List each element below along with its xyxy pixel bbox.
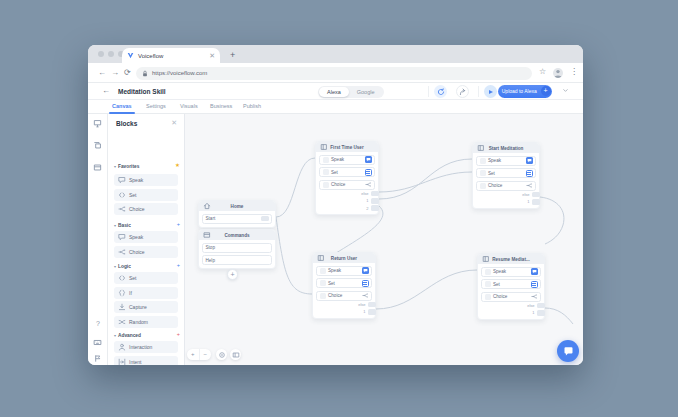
- sync-button[interactable]: [434, 85, 447, 98]
- drag-handle: [480, 158, 486, 164]
- block-section-header[interactable]: ▾Advanced+: [114, 331, 180, 339]
- tab-settings[interactable]: Settings: [146, 103, 166, 109]
- output-port[interactable]: [371, 191, 379, 197]
- tab-visuals[interactable]: Visuals: [180, 103, 198, 109]
- play-button[interactable]: [484, 85, 497, 98]
- help-icon[interactable]: ?: [93, 320, 103, 330]
- node-step-choice[interactable]: Choice: [316, 291, 372, 301]
- output-port[interactable]: [368, 309, 376, 315]
- block-item-set[interactable]: Set: [114, 189, 178, 201]
- bookmark-star-icon[interactable]: ☆: [539, 67, 546, 76]
- set-icon: [365, 169, 372, 176]
- output-port[interactable]: [368, 302, 376, 308]
- chat-widget-button[interactable]: [557, 340, 579, 362]
- block-item-speak[interactable]: Speak: [114, 174, 178, 186]
- node-step-speak[interactable]: Speak: [476, 156, 536, 166]
- output-port[interactable]: [537, 310, 545, 316]
- share-button[interactable]: [456, 85, 469, 98]
- speak-icon: [118, 176, 127, 184]
- project-back-icon[interactable]: ←: [102, 86, 110, 95]
- output-port[interactable]: [537, 303, 545, 309]
- project-header: ← Meditation Skill Alexa Google Upload t…: [88, 83, 583, 100]
- node-home[interactable]: HomeStart: [198, 200, 276, 228]
- platform-option-alexa[interactable]: Alexa: [319, 87, 349, 97]
- block-item-set[interactable]: Set: [114, 272, 178, 284]
- node-step-speak[interactable]: Speak: [316, 266, 372, 276]
- drag-handle: [320, 293, 326, 299]
- node-first-time-user[interactable]: First Time UserSpeakSetChoiceelse12: [315, 141, 379, 215]
- output-port[interactable]: [532, 199, 540, 205]
- node-step-choice[interactable]: Choice: [476, 181, 536, 191]
- browser-tab[interactable]: Voiceflow ✕: [122, 48, 220, 63]
- address-bar[interactable]: https://voiceflow.com: [136, 67, 532, 80]
- tab-publish[interactable]: Publish: [243, 103, 261, 109]
- zoom-in-button[interactable]: +: [187, 349, 200, 360]
- center-canvas-button[interactable]: [216, 349, 227, 360]
- node-return-user[interactable]: Return UserSpeakSetChoiceelse1: [312, 252, 376, 319]
- block-section-header[interactable]: ▾Favorites★: [114, 162, 180, 170]
- node-step-speak[interactable]: Speak: [319, 155, 375, 165]
- node-resume-meditation[interactable]: Resume Mediat...SpeakSetChoiceelse1: [477, 253, 545, 320]
- node-commands[interactable]: CommandsStopHelp: [198, 229, 276, 269]
- step-label: Stop: [206, 245, 269, 250]
- node-step-help[interactable]: Help: [202, 255, 272, 265]
- node-step-start[interactable]: Start: [202, 214, 272, 224]
- node-step-set[interactable]: Set: [316, 278, 372, 288]
- block-item-choice[interactable]: Choice: [114, 203, 178, 215]
- block-item-choice[interactable]: Choice: [114, 246, 178, 258]
- node-step-set[interactable]: Set: [476, 168, 536, 178]
- blocks-panel: Blocks ✕ ▾Favorites★SpeakSetChoice▾Basic…: [108, 114, 185, 365]
- output-port[interactable]: [532, 192, 540, 198]
- add-block-type-icon[interactable]: +: [177, 332, 180, 338]
- output-port[interactable]: [371, 205, 379, 211]
- upload-plus-icon[interactable]: +: [541, 86, 551, 96]
- block-item-intent[interactable]: Intent: [114, 356, 178, 366]
- forward-icon[interactable]: →: [111, 67, 119, 78]
- node-title: First Time User: [328, 145, 366, 150]
- block-item-random[interactable]: Random: [114, 316, 178, 328]
- block-item-interaction[interactable]: Interaction: [114, 341, 178, 353]
- node-header: Commands: [199, 230, 275, 240]
- node-step-choice[interactable]: Choice: [481, 292, 541, 302]
- block-item-speak[interactable]: Speak: [114, 231, 178, 243]
- block-section-header[interactable]: ▾Logic+: [114, 262, 180, 270]
- add-block-type-icon[interactable]: +: [177, 222, 180, 228]
- board-icon[interactable]: [93, 163, 103, 173]
- back-icon[interactable]: ←: [98, 67, 106, 78]
- browser-avatar[interactable]: [553, 68, 563, 78]
- blocks-panel-close-icon[interactable]: ✕: [171, 119, 177, 127]
- node-step-speak[interactable]: Speak: [481, 267, 541, 277]
- tab-canvas[interactable]: Canvas: [112, 103, 132, 109]
- node-step-set[interactable]: Set: [319, 167, 375, 177]
- output-port[interactable]: [371, 198, 379, 204]
- block-item-if[interactable]: If: [114, 287, 178, 299]
- chevron-down-icon[interactable]: [562, 87, 569, 94]
- node-step-choice[interactable]: Choice: [319, 180, 375, 190]
- node-step-set[interactable]: Set: [481, 279, 541, 289]
- upload-to-alexa-button[interactable]: Upload to Alexa +: [498, 85, 552, 98]
- block-item-capture[interactable]: Capture: [114, 301, 178, 313]
- node-start-meditation[interactable]: Start MeditationSpeakSetChoiceelse1: [472, 142, 540, 209]
- node-step-stop[interactable]: Stop: [202, 243, 272, 253]
- drag-handle: [480, 183, 486, 189]
- reload-icon[interactable]: ⟳: [124, 67, 131, 78]
- block-section-header[interactable]: ▾Basic+: [114, 221, 180, 229]
- favorite-star-icon[interactable]: ★: [175, 163, 180, 169]
- minimap-button[interactable]: [230, 349, 241, 360]
- tab-close-icon[interactable]: ✕: [209, 52, 215, 59]
- flag-icon[interactable]: [93, 354, 103, 364]
- new-tab-button[interactable]: +: [230, 48, 235, 63]
- zoom-out-button[interactable]: −: [200, 349, 212, 360]
- add-block-type-icon[interactable]: +: [177, 263, 180, 269]
- add-block-button[interactable]: +: [227, 269, 238, 280]
- keyboard-icon[interactable]: [93, 338, 103, 348]
- traffic-light-minimize[interactable]: [108, 51, 114, 57]
- traffic-light-close[interactable]: [98, 51, 104, 57]
- tab-business[interactable]: Business: [210, 103, 232, 109]
- platform-option-google[interactable]: Google: [349, 87, 383, 97]
- screens-icon[interactable]: [93, 119, 103, 129]
- random-icon: [118, 318, 127, 326]
- output-port[interactable]: [261, 216, 269, 222]
- layers-icon[interactable]: [93, 141, 103, 151]
- browser-menu-icon[interactable]: ⋮: [570, 67, 578, 76]
